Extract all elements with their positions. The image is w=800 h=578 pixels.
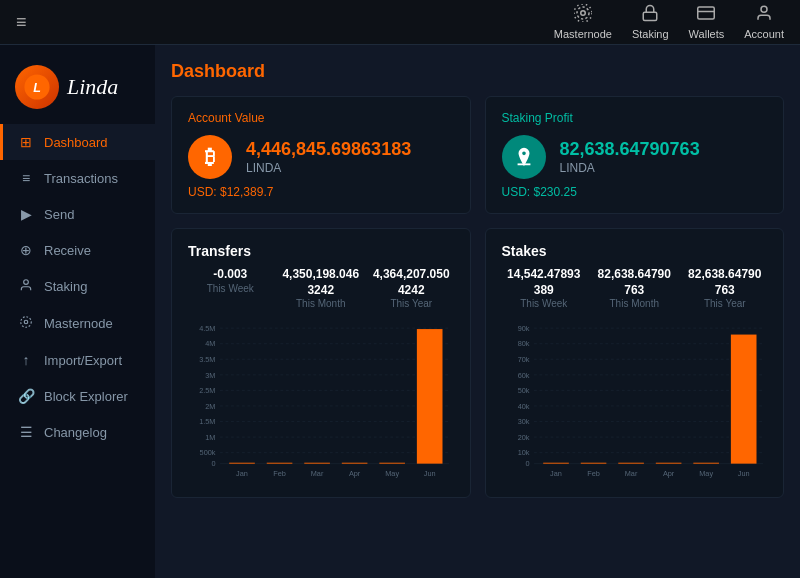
stakes-month-stat: 82,638.64790763 This Month bbox=[592, 267, 677, 309]
svg-text:Jan: Jan bbox=[236, 470, 248, 479]
svg-text:1M: 1M bbox=[205, 433, 215, 442]
page-title: Dashboard bbox=[171, 61, 784, 82]
sidebar-item-changelog[interactable]: ☰ Changelog bbox=[0, 414, 155, 450]
svg-text:2.5M: 2.5M bbox=[199, 386, 215, 395]
wallets-label: Wallets bbox=[689, 28, 725, 40]
sidebar: L Linda ⊞ Dashboard ≡ Transactions ▶ Sen… bbox=[0, 45, 155, 578]
svg-text:30k: 30k bbox=[517, 417, 529, 426]
logo-icon: L bbox=[15, 65, 59, 109]
svg-text:3.5M: 3.5M bbox=[199, 355, 215, 364]
svg-point-0 bbox=[581, 11, 586, 16]
transfers-chart-svg: 4.5M 4M 3.5M 3M 2.5M 2M 1.5M 1M 500k 0 bbox=[188, 319, 454, 479]
svg-point-1 bbox=[577, 7, 589, 19]
sidebar-label-dashboard: Dashboard bbox=[44, 135, 108, 150]
svg-text:Jan: Jan bbox=[550, 470, 562, 479]
staking-profit-icon bbox=[502, 135, 546, 179]
svg-rect-4 bbox=[698, 7, 715, 19]
transactions-icon: ≡ bbox=[18, 170, 34, 186]
staking-profit-amount: 82,638.64790763 bbox=[560, 139, 700, 161]
svg-rect-66 bbox=[655, 463, 681, 464]
transfers-month-stat: 4,350,198.0463242 This Month bbox=[279, 267, 364, 309]
svg-text:Mar: Mar bbox=[311, 470, 324, 479]
transfers-month-value: 4,350,198.0463242 bbox=[279, 267, 364, 298]
transfers-week-label: This Week bbox=[188, 283, 273, 294]
svg-text:May: May bbox=[699, 470, 713, 479]
staking-profit-card: Staking Profit 82,638.64790763 LINDA USD… bbox=[485, 96, 785, 214]
svg-text:500k: 500k bbox=[200, 449, 216, 458]
transfers-week-value: -0.003 bbox=[188, 267, 273, 283]
main-layout: L Linda ⊞ Dashboard ≡ Transactions ▶ Sen… bbox=[0, 45, 800, 578]
svg-text:4M: 4M bbox=[205, 340, 215, 349]
svg-text:80k: 80k bbox=[517, 340, 529, 349]
sidebar-label-send: Send bbox=[44, 207, 74, 222]
staking-icon bbox=[641, 4, 659, 26]
svg-rect-32 bbox=[267, 463, 293, 464]
transfers-year-value: 4,364,207.0504242 bbox=[369, 267, 454, 298]
sidebar-item-masternode[interactable]: Masternode bbox=[0, 305, 155, 342]
svg-text:90k: 90k bbox=[517, 324, 529, 333]
svg-text:3M: 3M bbox=[205, 371, 215, 380]
svg-text:20k: 20k bbox=[517, 433, 529, 442]
sidebar-item-receive[interactable]: ⊕ Receive bbox=[0, 232, 155, 268]
account-value-main: ₿ 4,446,845.69863183 LINDA bbox=[188, 135, 454, 179]
svg-point-9 bbox=[24, 320, 28, 324]
logo-area: L Linda bbox=[0, 55, 155, 124]
nav-wallets[interactable]: Wallets bbox=[689, 4, 725, 40]
svg-rect-67 bbox=[693, 463, 719, 464]
sidebar-label-transactions: Transactions bbox=[44, 171, 118, 186]
svg-text:60k: 60k bbox=[517, 371, 529, 380]
staking-profit-main: 82,638.64790763 LINDA bbox=[502, 135, 768, 179]
sidebar-label-staking: Staking bbox=[44, 279, 87, 294]
nav-account[interactable]: Account bbox=[744, 4, 784, 40]
sidebar-item-block-explorer[interactable]: 🔗 Block Explorer bbox=[0, 378, 155, 414]
hamburger-icon[interactable]: ≡ bbox=[16, 12, 27, 33]
svg-rect-65 bbox=[618, 463, 644, 464]
sidebar-label-block-explorer: Block Explorer bbox=[44, 389, 128, 404]
import-export-icon: ↑ bbox=[18, 352, 34, 368]
sidebar-navigation: ⊞ Dashboard ≡ Transactions ▶ Send ⊕ Rece… bbox=[0, 124, 155, 450]
svg-text:40k: 40k bbox=[517, 402, 529, 411]
charts-row: Transfers -0.003 This Week 4,350,198.046… bbox=[171, 228, 784, 498]
svg-rect-34 bbox=[342, 463, 368, 464]
svg-text:4.5M: 4.5M bbox=[199, 324, 215, 333]
stakes-month-label: This Month bbox=[592, 298, 677, 309]
account-value-amount: 4,446,845.69863183 bbox=[246, 139, 411, 161]
svg-text:2M: 2M bbox=[205, 402, 215, 411]
stakes-week-value: 14,542.47893389 bbox=[502, 267, 587, 298]
transfers-title: Transfers bbox=[188, 243, 454, 259]
block-explorer-icon: 🔗 bbox=[18, 388, 34, 404]
svg-rect-35 bbox=[379, 463, 405, 464]
sidebar-item-staking[interactable]: Staking bbox=[0, 268, 155, 305]
svg-rect-63 bbox=[543, 463, 569, 464]
svg-point-10 bbox=[21, 317, 32, 328]
wallets-icon bbox=[697, 4, 715, 26]
stakes-week-label: This Week bbox=[502, 298, 587, 309]
account-value-usd: USD: $12,389.7 bbox=[188, 185, 454, 199]
nav-staking[interactable]: Staking bbox=[632, 4, 669, 40]
stakes-title: Stakes bbox=[502, 243, 768, 259]
stakes-year-stat: 82,638.64790763 This Year bbox=[683, 267, 768, 309]
svg-rect-33 bbox=[304, 463, 330, 464]
nav-masternode[interactable]: Masternode bbox=[554, 4, 612, 40]
sidebar-item-dashboard[interactable]: ⊞ Dashboard bbox=[0, 124, 155, 160]
staking-side-icon bbox=[18, 278, 34, 295]
staking-profit-usd: USD: $230.25 bbox=[502, 185, 768, 199]
transfers-chart-card: Transfers -0.003 This Week 4,350,198.046… bbox=[171, 228, 471, 498]
staking-profit-unit: LINDA bbox=[560, 161, 700, 175]
svg-text:L: L bbox=[33, 81, 41, 95]
svg-text:Feb: Feb bbox=[273, 470, 286, 479]
sidebar-item-import-export[interactable]: ↑ Import/Export bbox=[0, 342, 155, 378]
sidebar-label-masternode: Masternode bbox=[44, 316, 113, 331]
sidebar-item-transactions[interactable]: ≡ Transactions bbox=[0, 160, 155, 196]
receive-icon: ⊕ bbox=[18, 242, 34, 258]
account-value-label: Account Value bbox=[188, 111, 454, 125]
sidebar-item-send[interactable]: ▶ Send bbox=[0, 196, 155, 232]
account-label: Account bbox=[744, 28, 784, 40]
send-icon: ▶ bbox=[18, 206, 34, 222]
svg-text:Jun: Jun bbox=[424, 470, 436, 479]
svg-text:1.5M: 1.5M bbox=[199, 417, 215, 426]
account-value-card: Account Value ₿ 4,446,845.69863183 LINDA… bbox=[171, 96, 471, 214]
stakes-week-stat: 14,542.47893389 This Week bbox=[502, 267, 587, 309]
transfers-year-label: This Year bbox=[369, 298, 454, 309]
transfers-week-stat: -0.003 This Week bbox=[188, 267, 273, 309]
